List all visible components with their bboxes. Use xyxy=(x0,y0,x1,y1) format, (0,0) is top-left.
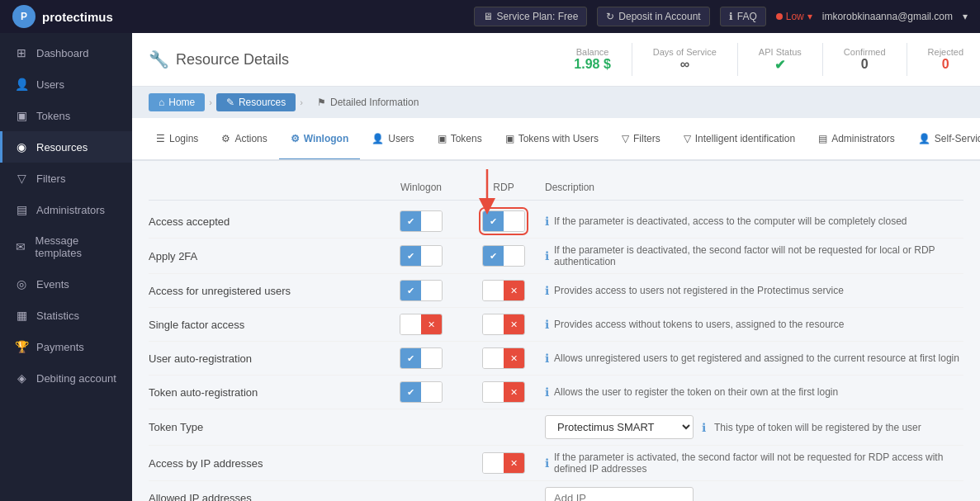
token-auto-reg-rdp-toggle[interactable]: ✕ xyxy=(482,381,525,403)
row-access-unregistered: Access for unregistered users ✔ ✕ ℹ Prov… xyxy=(149,274,963,308)
access-accepted-rdp-toggle[interactable]: ✔ xyxy=(482,210,525,232)
toggle-on[interactable]: ✔ xyxy=(400,211,421,231)
access-accepted-winlogon-toggle[interactable]: ✔ xyxy=(400,210,443,232)
deposit-button[interactable]: ↻ Deposit in Account xyxy=(597,7,709,26)
user-auto-reg-winlogon-toggle[interactable]: ✔ xyxy=(400,347,443,369)
single-factor-rdp-toggle[interactable]: ✕ xyxy=(482,314,525,335)
toggle-off[interactable] xyxy=(421,246,442,266)
token-type-area: Protectimus SMART TOTP HOTP SMS Email ℹ … xyxy=(545,415,963,439)
info-icon[interactable]: ℹ xyxy=(545,352,549,365)
toggle-off[interactable] xyxy=(504,211,524,231)
toggle-off[interactable] xyxy=(421,348,442,368)
sidebar-item-label: Resources xyxy=(36,141,88,154)
sidebar-item-events[interactable]: ◎ Events xyxy=(0,268,132,300)
toggle-off[interactable] xyxy=(483,348,504,368)
tab-logins[interactable]: ☰ Logins xyxy=(144,118,210,161)
access-unregistered-label: Access for unregistered users xyxy=(149,285,380,297)
toggle-off[interactable] xyxy=(504,246,524,266)
tab-tokens-users[interactable]: ▣ Tokens with Users xyxy=(494,118,610,161)
toggle-off[interactable] xyxy=(421,211,442,231)
tab-tokens-icon: ▣ xyxy=(438,133,447,144)
token-type-label: Token Type xyxy=(149,421,380,433)
toggle-on[interactable]: ✔ xyxy=(400,281,421,300)
sidebar-item-tokens[interactable]: ▣ Tokens xyxy=(0,100,132,131)
apply-2fa-winlogon-toggle[interactable]: ✔ xyxy=(400,245,443,267)
single-factor-winlogon-toggle[interactable]: ✕ xyxy=(400,314,443,335)
access-ip-rdp-toggle[interactable]: ✕ xyxy=(482,452,525,474)
alert-level[interactable]: Low ▾ xyxy=(776,11,812,22)
sidebar: ⊞ Dashboard 👤 Users ▣ Tokens ◉ Resources… xyxy=(0,33,132,501)
tab-tokens[interactable]: ▣ Tokens xyxy=(426,118,494,161)
toggle-off[interactable] xyxy=(483,382,504,402)
sidebar-item-administrators[interactable]: ▤ Administrators xyxy=(0,194,132,225)
toggle-off[interactable] xyxy=(483,281,504,300)
toggle-on[interactable]: ✔ xyxy=(400,246,421,266)
access-unregistered-winlogon-toggle[interactable]: ✔ xyxy=(400,280,443,301)
toggle-off[interactable] xyxy=(483,314,504,334)
toggle-on[interactable]: ✔ xyxy=(483,246,504,266)
toggle-x[interactable]: ✕ xyxy=(504,453,524,473)
tab-winlogon[interactable]: ⚙ Winlogon xyxy=(279,118,361,161)
sidebar-item-users[interactable]: 👤 Users xyxy=(0,69,132,100)
user-auto-reg-rdp-wrapper: ✕ xyxy=(462,347,545,369)
user-auto-reg-rdp-toggle[interactable]: ✕ xyxy=(482,347,525,369)
toggle-x[interactable]: ✕ xyxy=(504,281,524,300)
sidebar-item-filters[interactable]: ▽ Filters xyxy=(0,163,132,194)
info-icon[interactable]: ℹ xyxy=(545,456,549,470)
sidebar-item-debiting[interactable]: ◈ Debiting account xyxy=(0,362,132,394)
toggle-off[interactable] xyxy=(400,314,421,334)
info-icon[interactable]: ℹ xyxy=(545,318,549,331)
toggle-x[interactable]: ✕ xyxy=(504,348,524,368)
alert-chevron: ▾ xyxy=(807,11,812,22)
sidebar-item-resources[interactable]: ◉ Resources xyxy=(0,131,132,163)
main-content: 🔧 Resource Details Balance 1.98 $ Days o… xyxy=(132,33,980,501)
user-auto-reg-winlogon: ✔ xyxy=(380,347,462,369)
toggle-on[interactable]: ✔ xyxy=(400,348,421,368)
service-plan-button[interactable]: 🖥 Service Plan: Free xyxy=(474,7,588,26)
token-type-select[interactable]: Protectimus SMART TOTP HOTP SMS Email xyxy=(545,415,694,439)
breadcrumb-resources[interactable]: ✎ Resources xyxy=(216,93,296,111)
sidebar-item-statistics[interactable]: ▦ Statistics xyxy=(0,300,132,331)
token-auto-reg-rdp-wrapper: ✕ xyxy=(462,381,545,403)
toggle-x[interactable]: ✕ xyxy=(504,314,524,334)
access-unregistered-rdp-wrapper: ✕ xyxy=(462,280,545,301)
allowed-ip-input[interactable] xyxy=(545,487,694,501)
sidebar-item-label: Events xyxy=(36,278,69,291)
confirmed-stat: Confirmed 0 xyxy=(844,47,886,72)
tab-administrators[interactable]: ▤ Administrators xyxy=(807,118,907,161)
sidebar-item-payments[interactable]: 🏆 Payments xyxy=(0,331,132,362)
info-icon[interactable]: ℹ xyxy=(545,385,549,399)
user-email[interactable]: imkorobkinaanna@gmail.com xyxy=(822,11,953,22)
tab-actions[interactable]: ⚙ Actions xyxy=(210,118,278,161)
access-unregistered-rdp-toggle[interactable]: ✕ xyxy=(482,280,525,301)
admin-icon: ▤ xyxy=(15,203,28,216)
breadcrumb-home[interactable]: ⌂ Home xyxy=(149,93,205,111)
toggle-off[interactable] xyxy=(421,281,442,300)
toggle-x[interactable]: ✕ xyxy=(421,314,442,334)
tab-filters[interactable]: ▽ Filters xyxy=(610,118,672,161)
info-icon[interactable]: ℹ xyxy=(702,421,706,434)
toggle-off[interactable] xyxy=(421,382,442,402)
toggle-on[interactable]: ✔ xyxy=(400,382,421,402)
topbar-right: 🖥 Service Plan: Free ↻ Deposit in Accoun… xyxy=(474,7,968,26)
info-icon[interactable]: ℹ xyxy=(545,215,549,228)
apply-2fa-rdp-toggle[interactable]: ✔ xyxy=(482,245,525,267)
sidebar-item-message-templates[interactable]: ✉ Message templates xyxy=(0,225,132,268)
rejected-stat: Rejected 0 xyxy=(928,47,963,72)
token-auto-reg-winlogon-toggle[interactable]: ✔ xyxy=(400,381,443,403)
events-icon: ◎ xyxy=(15,277,28,291)
tab-tokens-users-icon: ▣ xyxy=(505,133,514,144)
info-icon[interactable]: ℹ xyxy=(545,249,549,262)
toggle-on[interactable]: ✔ xyxy=(483,211,504,231)
faq-button[interactable]: ℹ FAQ xyxy=(720,7,766,26)
info-icon[interactable]: ℹ xyxy=(545,284,549,297)
faq-icon: ℹ xyxy=(729,11,733,22)
toggle-off[interactable] xyxy=(483,453,504,473)
breadcrumb-detailed[interactable]: ⚑ Detailed Information xyxy=(307,93,428,111)
toggle-x[interactable]: ✕ xyxy=(504,382,524,402)
tab-intelligent-id[interactable]: ▽ Intelligent identification xyxy=(672,118,807,161)
tab-users[interactable]: 👤 Users xyxy=(360,118,425,161)
winlogon-content: Winlogon RDP Description Access accepted… xyxy=(132,161,980,501)
tab-self-service[interactable]: 👤 Self-Service xyxy=(907,118,980,161)
sidebar-item-dashboard[interactable]: ⊞ Dashboard xyxy=(0,37,132,69)
